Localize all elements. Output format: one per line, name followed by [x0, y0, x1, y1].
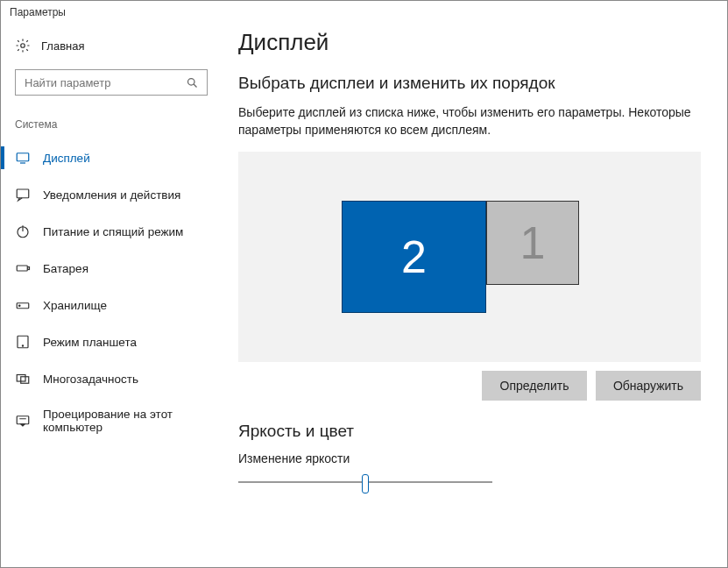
svg-point-11	[19, 305, 21, 307]
svg-rect-9	[28, 267, 30, 270]
sidebar-item-label: Режим планшета	[43, 336, 137, 349]
sidebar-item-label: Батарея	[43, 262, 88, 275]
arrange-description: Выберите дисплей из списка ниже, чтобы и…	[238, 103, 701, 139]
storage-icon	[15, 297, 31, 313]
window-body: Главная Система	[1, 25, 727, 567]
svg-rect-16	[17, 416, 29, 424]
detect-button[interactable]: Обнаружить	[596, 371, 701, 401]
power-icon	[15, 224, 31, 239]
sidebar-item-project[interactable]: Проецирование на этот компьютер	[1, 397, 233, 444]
search-box[interactable]	[15, 69, 208, 96]
tablet-icon	[15, 334, 31, 350]
sidebar: Главная Система	[1, 25, 233, 567]
search-icon	[184, 75, 200, 90]
home-nav[interactable]: Главная	[1, 29, 233, 62]
display-box-1[interactable]: 1	[486, 201, 579, 285]
message-icon	[15, 187, 31, 202]
svg-line-2	[194, 84, 196, 87]
sidebar-item-tablet[interactable]: Режим планшета	[1, 323, 233, 360]
home-label: Главная	[41, 39, 84, 53]
multitask-icon	[15, 371, 31, 387]
project-icon	[15, 413, 31, 429]
svg-rect-5	[17, 189, 29, 198]
page-title: Дисплей	[238, 29, 701, 56]
sidebar-item-label: Хранилище	[43, 299, 107, 312]
display-arrange-area[interactable]: 21	[238, 152, 701, 362]
svg-point-0	[21, 44, 25, 48]
sidebar-nav: Дисплей Уведомления и действия	[1, 139, 233, 444]
svg-rect-15	[21, 377, 29, 384]
sidebar-item-label: Дисплей	[43, 152, 90, 165]
svg-point-1	[187, 78, 194, 85]
search-input[interactable]	[23, 75, 172, 90]
gear-icon	[15, 38, 31, 53]
monitor-icon	[15, 150, 31, 166]
identify-button[interactable]: Определить	[482, 371, 587, 401]
sidebar-item-notifications[interactable]: Уведомления и действия	[1, 176, 233, 213]
brightness-label: Изменение яркости	[238, 451, 701, 465]
brightness-heading: Яркость и цвет	[238, 422, 701, 441]
sidebar-item-label: Проецирование на этот компьютер	[43, 408, 219, 434]
sidebar-item-multitask[interactable]: Многозадачность	[1, 360, 233, 397]
svg-rect-8	[17, 266, 27, 271]
sidebar-item-label: Питание и спящий режим	[43, 225, 183, 238]
sidebar-item-battery[interactable]: Батарея	[1, 250, 233, 287]
sidebar-section-label: Система	[1, 104, 233, 134]
sidebar-item-display[interactable]: Дисплей	[1, 139, 233, 176]
svg-point-13	[22, 345, 23, 346]
sidebar-item-power[interactable]: Питание и спящий режим	[1, 213, 233, 250]
search-container	[1, 62, 233, 104]
battery-icon	[15, 260, 31, 276]
window-title: Параметры	[1, 1, 727, 25]
brightness-section: Яркость и цвет Изменение яркости	[238, 422, 701, 492]
settings-window: Параметры Главная	[0, 0, 728, 568]
main-content: Дисплей Выбрать дисплеи и изменить их по…	[233, 25, 727, 567]
sidebar-item-storage[interactable]: Хранилище	[1, 287, 233, 323]
display-box-2[interactable]: 2	[342, 201, 486, 313]
sidebar-item-label: Многозадачность	[43, 373, 138, 386]
display-buttons-row: Определить Обнаружить	[238, 371, 701, 401]
brightness-slider[interactable]	[238, 474, 492, 492]
slider-thumb[interactable]	[362, 474, 369, 493]
svg-rect-3	[17, 153, 29, 161]
sidebar-item-label: Уведомления и действия	[43, 188, 180, 202]
arrange-heading: Выбрать дисплеи и изменить их порядок	[238, 74, 701, 93]
